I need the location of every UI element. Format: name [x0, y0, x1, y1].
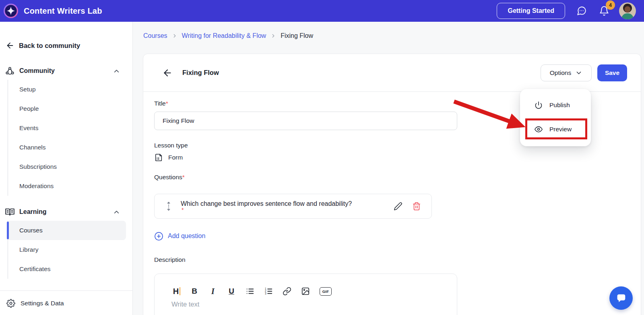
- options-button[interactable]: Options: [541, 64, 592, 81]
- underline-icon[interactable]: U: [227, 286, 236, 296]
- settings-and-data-label: Settings & Data: [21, 300, 64, 307]
- sidebar-footer: Settings & Data: [0, 290, 132, 315]
- form-document-icon: [154, 153, 163, 162]
- questions-label-text: Questions: [154, 174, 182, 180]
- question-actions: [394, 202, 421, 211]
- sidebar-item-people[interactable]: People: [8, 99, 132, 118]
- back-arrow-icon[interactable]: [162, 68, 173, 78]
- breadcrumb-course-name[interactable]: Writing for Readability & Flow: [182, 32, 266, 39]
- sidebar-item-moderations[interactable]: Moderations: [8, 176, 132, 196]
- title-input[interactable]: [154, 112, 457, 130]
- editor-placeholder: Write text: [171, 300, 457, 308]
- settings-and-data-link[interactable]: Settings & Data: [6, 299, 127, 308]
- sidebar-section-community[interactable]: Community: [0, 65, 132, 77]
- sidebar-item-courses[interactable]: Courses: [7, 221, 126, 240]
- user-avatar[interactable]: [619, 2, 636, 19]
- add-question-button[interactable]: Add question: [154, 231, 630, 241]
- notifications-button[interactable]: 4: [599, 6, 609, 16]
- breadcrumb: Courses Writing for Readability & Flow F…: [143, 32, 313, 39]
- avatar-image: [619, 2, 636, 19]
- brand-title: Content Writers Lab: [24, 6, 102, 16]
- delete-trash-icon[interactable]: [412, 202, 421, 211]
- chat-fab-bubble-icon: [615, 292, 627, 304]
- options-dropdown-menu: Publish Preview: [520, 89, 591, 146]
- plus-circle-icon: [154, 232, 163, 241]
- svg-text:3: 3: [265, 292, 266, 295]
- question-required-marker: *: [181, 207, 352, 212]
- options-button-label: Options: [550, 69, 571, 77]
- heading-icon[interactable]: H: [171, 286, 180, 296]
- lesson-type-value-row: Form: [154, 153, 630, 162]
- getting-started-button[interactable]: Getting Started: [497, 3, 565, 19]
- community-icon: [5, 66, 15, 76]
- edit-pencil-icon[interactable]: [394, 202, 402, 211]
- sidebar-section-label: Learning: [19, 208, 47, 216]
- sidebar-item-subscriptions[interactable]: Subscriptions: [8, 157, 132, 176]
- chevron-up-icon: [113, 208, 120, 216]
- top-navbar: Content Writers Lab Getting Started 4: [0, 0, 644, 22]
- required-marker: *: [166, 100, 168, 107]
- breadcrumb-current: Fixing Flow: [281, 32, 313, 39]
- menu-item-publish[interactable]: Publish: [520, 97, 591, 114]
- sidebar-item-library[interactable]: Library: [8, 240, 132, 259]
- chat-widget-button[interactable]: [609, 286, 633, 310]
- breadcrumb-separator-icon: [172, 33, 178, 39]
- sparkle-logo-icon: [3, 3, 19, 19]
- breadcrumb-separator-icon: [270, 33, 276, 39]
- description-editor[interactable]: H B I U 1 2 3: [154, 274, 457, 315]
- drag-handle-icon[interactable]: [164, 201, 173, 211]
- sidebar-section-label: Community: [19, 67, 55, 75]
- breadcrumb-courses[interactable]: Courses: [143, 32, 167, 39]
- question-text: Which change best improves sentence flow…: [181, 200, 352, 207]
- lesson-type-value: Form: [168, 154, 183, 161]
- community-subnav: Setup People Events Channels Subscriptio…: [8, 80, 132, 196]
- add-question-label: Add question: [168, 232, 205, 240]
- chat-bubble-icon[interactable]: [576, 6, 587, 16]
- bullet-list-icon[interactable]: [246, 286, 254, 296]
- power-icon: [535, 101, 543, 109]
- required-marker: *: [182, 174, 185, 180]
- editor-toolbar: H B I U 1 2 3: [171, 286, 457, 296]
- link-icon[interactable]: [283, 286, 291, 296]
- chevron-up-icon: [113, 67, 120, 75]
- main-content: Courses Writing for Readability & Flow F…: [133, 22, 644, 315]
- gif-icon[interactable]: GIF: [320, 287, 332, 296]
- admin-sidebar: Back to community Community Setup People…: [0, 22, 133, 315]
- back-to-community-label: Back to community: [19, 42, 80, 50]
- app-window: Content Writers Lab Getting Started 4: [0, 0, 644, 315]
- sidebar-item-events[interactable]: Events: [8, 118, 132, 138]
- save-button[interactable]: Save: [597, 64, 627, 81]
- learning-subnav: Courses Library Certificates: [8, 221, 132, 279]
- navbar-actions: Getting Started 4: [497, 2, 636, 19]
- sidebar-item-channels[interactable]: Channels: [8, 138, 132, 157]
- publish-label: Publish: [549, 102, 570, 109]
- description-label: Description: [154, 256, 630, 263]
- learning-book-icon: [5, 207, 15, 217]
- sidebar-item-certificates[interactable]: Certificates: [8, 259, 132, 279]
- arrow-left-icon: [6, 41, 14, 50]
- bold-icon[interactable]: B: [190, 286, 199, 296]
- gear-icon: [6, 299, 15, 308]
- brand[interactable]: Content Writers Lab: [3, 3, 102, 19]
- back-to-community-link[interactable]: Back to community: [6, 39, 132, 52]
- lesson-title-heading: Fixing Flow: [182, 69, 219, 77]
- sidebar-item-setup[interactable]: Setup: [8, 80, 132, 99]
- numbered-list-icon[interactable]: 1 2 3: [264, 286, 273, 296]
- italic-icon[interactable]: I: [208, 286, 217, 296]
- sidebar-section-learning[interactable]: Learning: [0, 206, 132, 218]
- questions-label: Questions*: [154, 174, 630, 181]
- question-item: Which change best improves sentence flow…: [154, 194, 432, 219]
- chevron-down-icon: [575, 69, 582, 77]
- annotation-highlight-box: [525, 118, 587, 139]
- image-icon[interactable]: [301, 286, 310, 296]
- title-label-text: Title: [154, 100, 166, 107]
- question-text-wrap: Which change best improves sentence flow…: [181, 200, 352, 212]
- lesson-editor-header: Fixing Flow Options Save: [143, 54, 641, 92]
- notification-count-badge: 4: [606, 0, 615, 10]
